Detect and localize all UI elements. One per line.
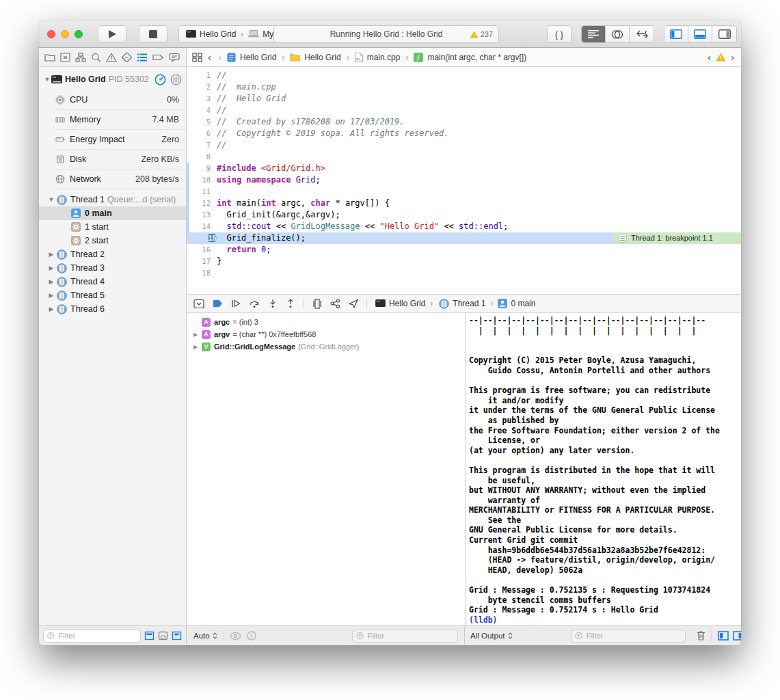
debug-navigator-icon[interactable] xyxy=(137,53,148,62)
gauge-memory[interactable]: Memory7.4 MB xyxy=(55,110,186,130)
go-forward-button[interactable]: › xyxy=(217,51,223,63)
code-line-10[interactable]: 10using namespace Grid; xyxy=(187,174,741,186)
memory-graph-icon[interactable] xyxy=(330,299,340,308)
disclosure-open-icon[interactable]: ▼ xyxy=(43,76,51,83)
quick-look-button[interactable] xyxy=(230,632,241,641)
close-window-button[interactable] xyxy=(47,30,55,38)
navigator-filter-field[interactable] xyxy=(43,630,141,643)
code-line-5[interactable]: 5// Created by s1786208 on 17/03/2019. xyxy=(187,116,741,128)
minimize-window-button[interactable] xyxy=(61,30,69,38)
process-row[interactable]: ▼ Hello Grid PID 55302 xyxy=(39,70,186,88)
code-line-12[interactable]: 12int main(int argc, char * argv[]) { xyxy=(187,198,741,209)
disclosure-closed-icon[interactable]: ▶ xyxy=(47,251,55,258)
step-into-icon[interactable] xyxy=(268,299,278,308)
navigator-filter-input[interactable] xyxy=(57,631,137,641)
instruction-pointer-badge[interactable]: 15 xyxy=(209,234,217,242)
filter-processes-button[interactable] xyxy=(170,74,182,85)
stack-frame-1[interactable]: 1 start xyxy=(39,220,186,234)
variables-filter-field[interactable] xyxy=(352,630,458,643)
stack-frame-0[interactable]: 0 main xyxy=(39,206,186,220)
clear-console-button[interactable] xyxy=(696,630,706,641)
console-filter-input[interactable] xyxy=(585,631,682,641)
variable-row[interactable]: ▶VGrid::GridLogMessage(Grid::GridLogger) xyxy=(187,340,465,353)
gauge-energy[interactable]: Energy ImpactZero xyxy=(55,130,186,150)
variable-row[interactable]: Aargc= (int) 3 xyxy=(187,316,465,328)
disclosure-closed-icon[interactable]: ▶ xyxy=(193,344,202,350)
disclosure-closed-icon[interactable]: ▶ xyxy=(47,278,55,285)
show-stack-frames-button[interactable] xyxy=(172,631,182,641)
variables-scope-popup[interactable]: Auto xyxy=(193,632,218,640)
activity-viewer[interactable]: Running Hello Grid : Hello Grid 237 xyxy=(273,25,499,43)
code-line-3[interactable]: 3// Hello Grid xyxy=(187,93,741,105)
test-navigator-icon[interactable] xyxy=(122,53,132,62)
stop-button[interactable] xyxy=(139,25,167,43)
breadcrumb-group[interactable]: Hello Grid xyxy=(304,53,340,62)
hide-debug-area-icon[interactable] xyxy=(193,299,204,309)
info-button[interactable] xyxy=(247,631,256,641)
code-line-7[interactable]: 7// xyxy=(187,139,741,151)
source-control-navigator-icon[interactable] xyxy=(60,53,70,62)
code-line-6[interactable]: 6// Copyright © 2019 sopa. All rights re… xyxy=(187,128,741,139)
issue-navigator-icon[interactable] xyxy=(106,53,117,62)
thread-row[interactable]: ▶Thread 5 xyxy=(39,288,186,302)
code-line-18[interactable]: 18 xyxy=(187,267,741,279)
simulate-location-icon[interactable] xyxy=(349,299,358,308)
disclosure-closed-icon[interactable]: ▶ xyxy=(193,332,202,338)
thread-row[interactable]: ▶Thread 2 xyxy=(39,247,186,261)
code-line-1[interactable]: 1// xyxy=(187,70,741,81)
go-back-button[interactable]: ‹ xyxy=(206,51,213,63)
assistant-editor-button[interactable] xyxy=(606,26,630,42)
disclosure-open-icon[interactable]: ▼ xyxy=(47,196,55,203)
standard-editor-button[interactable] xyxy=(582,26,606,42)
continue-icon[interactable] xyxy=(231,299,241,308)
warning-icon[interactable] xyxy=(716,53,726,62)
gauge-disk[interactable]: DiskZero KB/s xyxy=(55,150,186,170)
code-line-17[interactable]: 17} xyxy=(187,256,741,267)
thread-row[interactable]: ▶Thread 4 xyxy=(39,275,186,288)
console-scope-popup[interactable]: All Output xyxy=(470,632,513,640)
previous-issue-button[interactable]: ‹ xyxy=(706,51,712,63)
step-over-icon[interactable] xyxy=(249,299,260,308)
show-crashed-only-button[interactable] xyxy=(158,631,168,641)
thread-row[interactable]: ▶Thread 3 xyxy=(39,261,186,275)
breadcrumb-file[interactable]: main.cpp xyxy=(367,53,401,62)
debug-crumb-process[interactable]: Hello Grid xyxy=(389,299,425,308)
thread-row[interactable]: ▶Thread 6 xyxy=(39,302,186,316)
code-line-13[interactable]: 13 Grid_init(&argc,&argv); xyxy=(187,209,741,221)
lldb-prompt[interactable]: (lldb) xyxy=(469,615,741,625)
breakpoint-annotation[interactable]: Thread 1: breakpoint 1.1 xyxy=(614,232,741,244)
disclosure-closed-icon[interactable]: ▶ xyxy=(47,265,55,271)
library-button[interactable]: { } xyxy=(547,25,571,43)
code-line-11[interactable]: 11 xyxy=(187,186,741,198)
version-editor-button[interactable] xyxy=(630,26,654,42)
zoom-window-button[interactable] xyxy=(75,30,83,38)
symbol-navigator-icon[interactable] xyxy=(75,53,86,62)
source-editor[interactable]: 1//2// main.cpp3// Hello Grid4//5// Crea… xyxy=(187,67,741,294)
debug-crumb-thread[interactable]: Thread 1 xyxy=(453,299,485,308)
variables-filter-input[interactable] xyxy=(366,631,454,641)
breadcrumb-symbol[interactable]: main(int argc, char * argv[]) xyxy=(427,53,526,62)
breadcrumb-project[interactable]: Hello Grid xyxy=(240,53,276,62)
next-issue-button[interactable]: › xyxy=(729,51,736,63)
code-line-14[interactable]: 14 std::cout << GridLogMessage << "Hello… xyxy=(187,221,741,232)
disclosure-closed-icon[interactable]: ▶ xyxy=(47,306,55,312)
console-filter-field[interactable] xyxy=(571,630,686,643)
toggle-debug-area-button[interactable] xyxy=(688,26,712,42)
report-navigator-icon[interactable] xyxy=(169,53,180,62)
variables-view[interactable]: Aargc= (int) 3▶Aargv= (char **) 0x7ffeef… xyxy=(187,313,465,625)
find-navigator-icon[interactable] xyxy=(91,53,101,62)
related-items-icon[interactable] xyxy=(192,53,202,62)
run-button[interactable] xyxy=(98,25,126,43)
toggle-inspector-button[interactable] xyxy=(712,26,736,42)
code-line-8[interactable]: 8 xyxy=(187,151,741,163)
toggle-console-view-button[interactable] xyxy=(733,631,741,641)
show-paused-only-button[interactable] xyxy=(144,631,154,641)
project-navigator-icon[interactable] xyxy=(44,53,55,62)
gauges-button[interactable] xyxy=(154,74,166,85)
toggle-variables-view-button[interactable] xyxy=(718,631,729,641)
view-debugger-icon[interactable] xyxy=(312,299,322,309)
code-line-2[interactable]: 2// main.cpp xyxy=(187,81,741,93)
warning-count-badge[interactable]: 237 xyxy=(470,30,493,38)
code-line-4[interactable]: 4// xyxy=(187,105,741,116)
thread-row[interactable]: ▼Thread 1Queue:...d (serial) xyxy=(39,193,186,206)
